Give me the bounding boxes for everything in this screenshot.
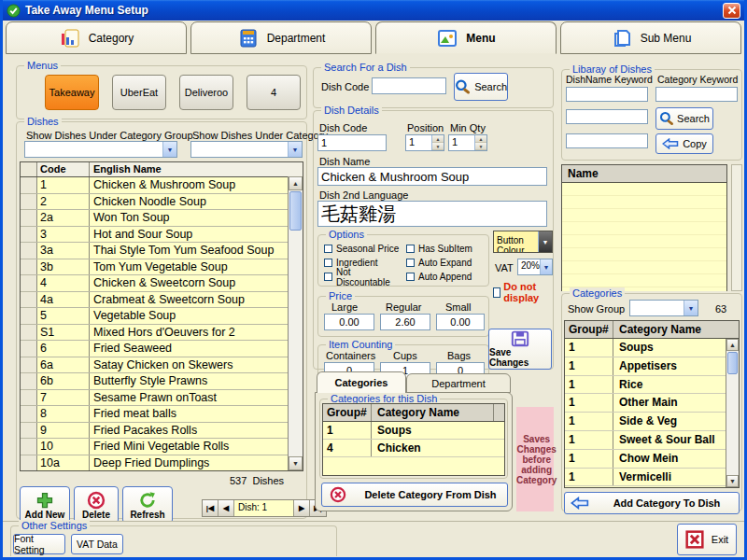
- vat-select[interactable]: 20% ▼: [517, 259, 553, 275]
- checkbox-unchecked-icon[interactable]: [406, 245, 415, 253]
- font-setting-button[interactable]: Font Setting: [13, 534, 65, 554]
- checkbox-unchecked-icon[interactable]: [324, 259, 332, 267]
- table-row[interactable]: 9 Fried Pacakes Rolls: [21, 423, 288, 440]
- chevron-down-icon[interactable]: ▼: [162, 142, 176, 157]
- scrollbar-thumb[interactable]: [289, 191, 302, 231]
- name-list-body[interactable]: [562, 183, 726, 291]
- save-changes-button[interactable]: Save Changes: [488, 329, 552, 370]
- option-checkbox-row[interactable]: Has SubItem: [406, 242, 488, 256]
- exit-button[interactable]: Exit: [677, 524, 737, 555]
- stepper-arrows[interactable]: ▲▼: [431, 135, 444, 150]
- table-row[interactable]: 6a Satay Chicken on Skewers: [21, 357, 288, 374]
- checkbox-unchecked-icon[interactable]: [406, 273, 415, 281]
- scroll-down-icon[interactable]: ▼: [726, 475, 739, 487]
- table-row[interactable]: 6 Fried Seaweed: [21, 341, 288, 357]
- tab-dish-department[interactable]: Department: [406, 373, 511, 393]
- table-row[interactable]: 1 Soups: [323, 422, 504, 440]
- tab-department[interactable]: Department: [190, 21, 372, 54]
- category-keyword-input[interactable]: [655, 87, 738, 102]
- refresh-button[interactable]: Refresh: [122, 486, 173, 524]
- table-row[interactable]: 1 Sweet & Sour Ball: [565, 431, 726, 450]
- option-checkbox-row[interactable]: Not Discountable: [324, 270, 406, 284]
- tab-sub-menu[interactable]: Sub Menu: [560, 21, 741, 54]
- scrollbar-thumb[interactable]: [727, 352, 738, 374]
- table-row[interactable]: 8 Fried meat balls: [21, 406, 288, 423]
- name-list-scrollbar[interactable]: [731, 164, 742, 291]
- category-group-filter-select[interactable]: ▼: [24, 141, 177, 158]
- button-colour-select[interactable]: Button Colour ▼: [493, 231, 553, 253]
- tab-menu[interactable]: Menu: [375, 21, 557, 54]
- table-row[interactable]: 4 Chicken & Sweetcorn Soup: [21, 275, 288, 292]
- menu-button-ubereat[interactable]: UberEat: [112, 75, 166, 110]
- library-keyword-input-3[interactable]: [566, 133, 648, 148]
- option-checkbox-row[interactable]: Auto Expand: [406, 256, 488, 270]
- table-row[interactable]: 4a Crabmeat & Sweetcorn Soup: [21, 292, 288, 309]
- step-down-icon[interactable]: ▼: [475, 143, 486, 150]
- dish-name-input[interactable]: [317, 167, 547, 186]
- tab-dish-categories[interactable]: Categories: [317, 371, 406, 393]
- step-up-icon[interactable]: ▲: [432, 135, 444, 143]
- previous-record-icon[interactable]: ◀: [218, 500, 234, 516]
- step-up-icon[interactable]: ▲: [475, 135, 486, 143]
- scroll-down-icon[interactable]: ▼: [289, 456, 303, 470]
- menu-button-takeaway[interactable]: Takeaway: [45, 75, 99, 110]
- table-row[interactable]: 1 Vermicelli: [565, 469, 726, 487]
- price-large-input[interactable]: [324, 314, 374, 330]
- checkbox-unchecked-icon[interactable]: [324, 273, 332, 281]
- add-new-button[interactable]: Add New: [20, 486, 70, 524]
- option-checkbox-row[interactable]: Seasonal Price: [324, 242, 406, 256]
- table-row[interactable]: 1 Other Main: [565, 394, 726, 413]
- category-filter-select[interactable]: ▼: [190, 141, 303, 158]
- chevron-down-icon[interactable]: ▼: [684, 301, 698, 315]
- table-row[interactable]: 1 Chicken & Mushroom Soup: [21, 177, 288, 194]
- table-row[interactable]: 1 Chow Mein: [565, 450, 726, 469]
- dish-code-input[interactable]: [317, 134, 387, 151]
- menu-button-deliveroo[interactable]: Deliveroo: [179, 75, 233, 110]
- checkbox-unchecked-icon[interactable]: [493, 287, 500, 298]
- close-button[interactable]: [723, 3, 740, 19]
- price-small-input[interactable]: [436, 314, 485, 330]
- checkbox-unchecked-icon[interactable]: [324, 245, 332, 253]
- table-row[interactable]: 7 Sesame Prawn onToast: [21, 390, 288, 407]
- vat-data-button[interactable]: VAT Data: [71, 534, 123, 554]
- chevron-down-icon[interactable]: ▼: [288, 142, 302, 157]
- delete-category-from-dish-button[interactable]: Delete Category From Dish: [321, 483, 508, 507]
- chevron-down-icon[interactable]: ▼: [540, 259, 552, 274]
- table-row[interactable]: 6b Butterfly Style Prawns: [21, 373, 288, 390]
- tab-category[interactable]: Category: [6, 21, 187, 54]
- library-keyword-input-2[interactable]: [566, 109, 648, 124]
- scroll-up-icon[interactable]: ▲: [726, 339, 739, 351]
- search-dish-code-input[interactable]: [372, 77, 446, 94]
- scroll-up-icon[interactable]: ▲: [289, 176, 303, 190]
- checkbox-unchecked-icon[interactable]: [406, 259, 415, 267]
- step-down-icon[interactable]: ▼: [432, 143, 444, 150]
- next-record-icon[interactable]: ▶: [294, 500, 310, 516]
- add-category-to-dish-button[interactable]: Add Category To Dish: [564, 492, 740, 514]
- table-row[interactable]: 1 Appetisers: [565, 357, 726, 376]
- table-row[interactable]: 1 Side & Veg: [565, 413, 726, 431]
- show-group-select[interactable]: ▼: [629, 300, 698, 316]
- library-search-button[interactable]: Search: [655, 107, 713, 130]
- table-row[interactable]: 2a Won Ton Soup: [21, 210, 288, 227]
- dish-table-scrollbar[interactable]: ▲ ▼: [288, 176, 303, 470]
- price-regular-input[interactable]: [380, 314, 430, 330]
- table-row[interactable]: 10a Deep Fried Dumplings: [21, 455, 288, 471]
- table-row[interactable]: 2 Chicken Noodle Soup: [21, 194, 288, 211]
- table-row[interactable]: 3a Thai Style Tom Yum Seafood Soup: [21, 243, 288, 259]
- table-row[interactable]: 3 Hot and Sour Soup: [21, 227, 288, 244]
- first-record-icon[interactable]: |◀: [203, 500, 218, 516]
- dishname-keyword-input[interactable]: [566, 87, 648, 102]
- table-row[interactable]: S1 Mixed Hors d'Oeuvers for 2: [21, 325, 288, 342]
- chevron-down-icon[interactable]: ▼: [538, 231, 552, 252]
- search-button[interactable]: Search: [454, 73, 508, 101]
- stepper-arrows[interactable]: ▲▼: [474, 135, 486, 150]
- table-row[interactable]: 3b Tom Yum Vegetable Soup: [21, 259, 288, 276]
- table-row[interactable]: 1 Soups: [565, 339, 726, 357]
- menu-button-4[interactable]: 4: [247, 75, 301, 110]
- categories-scrollbar[interactable]: ▲ ▼: [726, 339, 739, 487]
- min-qty-stepper[interactable]: 1 ▲▼: [448, 134, 487, 151]
- do-not-display-checkbox-row[interactable]: Do not display: [493, 281, 553, 303]
- table-row[interactable]: 10 Fried Mini Vegetable Rolls: [21, 439, 288, 455]
- copy-button[interactable]: Copy: [655, 133, 713, 154]
- second-language-input[interactable]: [317, 201, 547, 227]
